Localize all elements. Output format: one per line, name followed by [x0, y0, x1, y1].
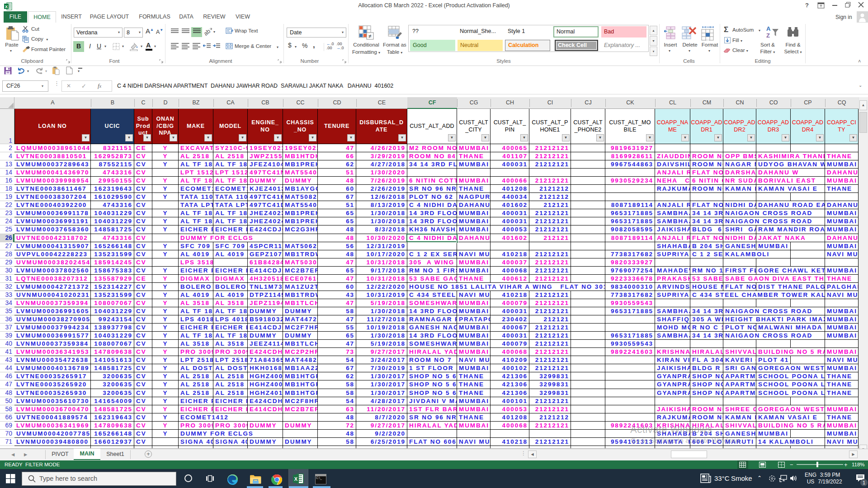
svg-text:A: A: [766, 25, 771, 32]
svg-text:Z: Z: [766, 32, 770, 39]
svg-text:≠: ≠: [368, 33, 372, 39]
svg-text:X: X: [294, 476, 298, 482]
